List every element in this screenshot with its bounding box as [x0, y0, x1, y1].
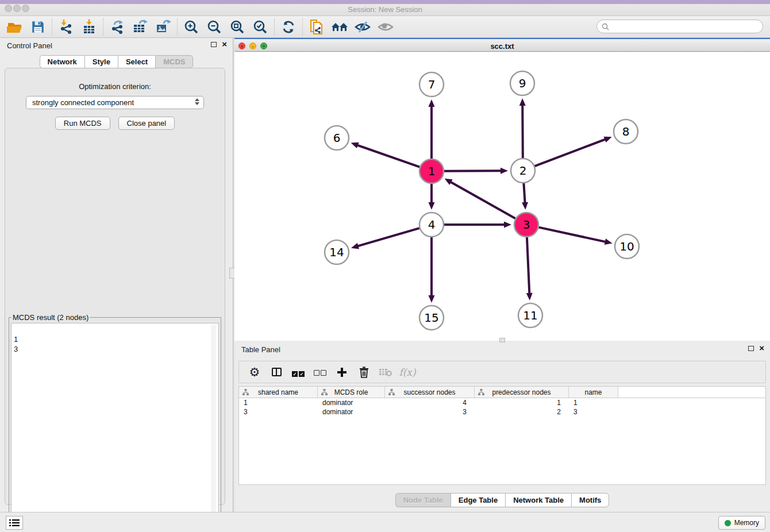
- select-all-columns-button[interactable]: ✓✓: [287, 362, 309, 383]
- column-header-successor-nodes[interactable]: successor nodes: [385, 387, 475, 398]
- export-table-button[interactable]: [129, 17, 152, 37]
- tab-network[interactable]: Network: [40, 55, 84, 68]
- node-label-3: 3: [523, 218, 530, 232]
- search-field[interactable]: [596, 20, 763, 33]
- edge-3-10[interactable]: [538, 228, 606, 242]
- delete-column-button[interactable]: [353, 362, 375, 383]
- edge-1-2[interactable]: [444, 171, 502, 171]
- import-network-button[interactable]: [55, 17, 78, 37]
- network-window-titlebar[interactable]: x – + scc.txt: [234, 38, 770, 52]
- tab-style[interactable]: Style: [84, 55, 118, 68]
- graph-node-7[interactable]: 7: [419, 72, 444, 97]
- save-session-button[interactable]: [26, 17, 49, 37]
- import-table-button[interactable]: [78, 17, 101, 37]
- add-column-button[interactable]: [331, 362, 353, 383]
- table-cell[interactable]: dominator: [318, 407, 385, 417]
- column-header-MCDS-role[interactable]: MCDS role: [318, 387, 385, 398]
- graph-node-1[interactable]: 1: [419, 159, 444, 183]
- zoom-fit-icon: [229, 19, 245, 35]
- float-table-panel-icon[interactable]: [748, 346, 754, 351]
- hierarchy-icon: [388, 389, 395, 396]
- graph-node-10[interactable]: 10: [615, 234, 639, 259]
- column-header-shared-name[interactable]: shared name: [239, 387, 318, 398]
- zoom-selected-button[interactable]: [249, 17, 272, 37]
- tab-motifs[interactable]: Motifs: [571, 493, 609, 507]
- export-image-button[interactable]: [152, 17, 175, 37]
- tab-edge-table[interactable]: Edge Table: [451, 493, 505, 507]
- graph-node-11[interactable]: 11: [518, 303, 542, 327]
- tab-select[interactable]: Select: [118, 55, 155, 68]
- open-session-button[interactable]: [3, 17, 26, 37]
- network-canvas[interactable]: 7968124314101511: [234, 52, 770, 341]
- toggle-panel-button[interactable]: [265, 362, 287, 383]
- search-input[interactable]: [612, 22, 763, 30]
- table-cell[interactable]: 4: [385, 398, 475, 407]
- export-network-button[interactable]: [106, 17, 129, 37]
- graph-node-14[interactable]: 14: [325, 240, 349, 264]
- zoom-fit-button[interactable]: [226, 17, 249, 37]
- apply-layout-button[interactable]: [277, 17, 300, 37]
- table-cell[interactable]: 3: [239, 407, 318, 417]
- graph-node-2[interactable]: 2: [511, 159, 535, 183]
- horizontal-splitter-handle[interactable]: [499, 338, 505, 342]
- table-cell[interactable]: dominator: [318, 398, 385, 407]
- mcds-tab-body: Optimization criterion: strongly connect…: [5, 68, 225, 505]
- table-cell[interactable]: 1: [569, 398, 618, 407]
- node-label-2: 2: [519, 164, 527, 178]
- table-cell[interactable]: 1: [475, 398, 569, 407]
- edge-2-9[interactable]: [522, 105, 523, 158]
- network-window-title: scc.txt: [234, 42, 770, 51]
- zoom-in-button[interactable]: [180, 17, 203, 37]
- arrowhead-4-3: [504, 222, 511, 228]
- table-row[interactable]: 1dominator411: [239, 398, 765, 407]
- table-row[interactable]: 3dominator323: [239, 407, 765, 417]
- deselect-all-columns-button[interactable]: [309, 362, 331, 383]
- edge-4-14[interactable]: [357, 228, 419, 246]
- home-pair-button[interactable]: [328, 17, 351, 37]
- tab-network-table[interactable]: Network Table: [505, 493, 571, 507]
- column-header-predecessor-nodes[interactable]: predecessor nodes: [475, 387, 569, 398]
- edge-2-3[interactable]: [523, 183, 525, 203]
- graph-node-8[interactable]: 8: [614, 119, 638, 144]
- task-history-button[interactable]: [6, 516, 23, 530]
- control-panel: Control Panel × NetworkStyleSelectMCDS O…: [0, 38, 233, 512]
- hide-elements-button[interactable]: [351, 17, 374, 37]
- eye-icon: [377, 20, 394, 34]
- table-cell[interactable]: 1: [239, 398, 318, 407]
- graph-node-4[interactable]: 4: [419, 213, 444, 237]
- edge-1-6[interactable]: [357, 145, 419, 167]
- arrowhead-1-7: [429, 99, 435, 107]
- edge-2-8[interactable]: [535, 139, 606, 166]
- memory-button[interactable]: Memory: [718, 516, 765, 530]
- tab-node-table[interactable]: Node Table: [395, 493, 451, 507]
- table-cell[interactable]: 3: [385, 407, 475, 417]
- run-mcds-button[interactable]: Run MCDS: [55, 117, 110, 130]
- gear-icon: ⚙: [249, 365, 260, 379]
- graph-node-3[interactable]: 3: [514, 213, 538, 237]
- zoom-out-button[interactable]: [203, 17, 226, 37]
- table-cell[interactable]: 3: [569, 407, 618, 417]
- function-builder-button[interactable]: f(x): [396, 362, 418, 383]
- duplicate-network-button[interactable]: [305, 17, 328, 37]
- close-panel-button[interactable]: Close panel: [118, 117, 175, 130]
- show-elements-button[interactable]: [374, 17, 397, 37]
- tab-mcds[interactable]: MCDS: [155, 55, 193, 68]
- delete-table-button[interactable]: [375, 362, 396, 383]
- split-panel-icon: [272, 368, 282, 376]
- table-settings-button[interactable]: ⚙: [244, 362, 265, 383]
- graph-node-6[interactable]: 6: [325, 126, 349, 150]
- edge-3-1[interactable]: [450, 182, 515, 218]
- node-label-9: 9: [519, 76, 526, 90]
- open-folder-icon: [6, 20, 24, 34]
- float-panel-icon[interactable]: [211, 42, 217, 47]
- graph-node-15[interactable]: 15: [419, 306, 444, 330]
- close-panel-icon[interactable]: ×: [222, 41, 227, 48]
- edge-3-11[interactable]: [527, 237, 529, 294]
- optimization-criterion-select[interactable]: strongly connected component: [26, 96, 204, 109]
- graph-node-9[interactable]: 9: [510, 71, 534, 95]
- table-cell[interactable]: 2: [475, 407, 569, 417]
- close-table-panel-icon[interactable]: ×: [759, 345, 764, 352]
- column-header-name[interactable]: name: [569, 387, 618, 398]
- mcds-result-text[interactable]: 1 3: [11, 323, 219, 525]
- result-scrollbar[interactable]: [211, 325, 216, 522]
